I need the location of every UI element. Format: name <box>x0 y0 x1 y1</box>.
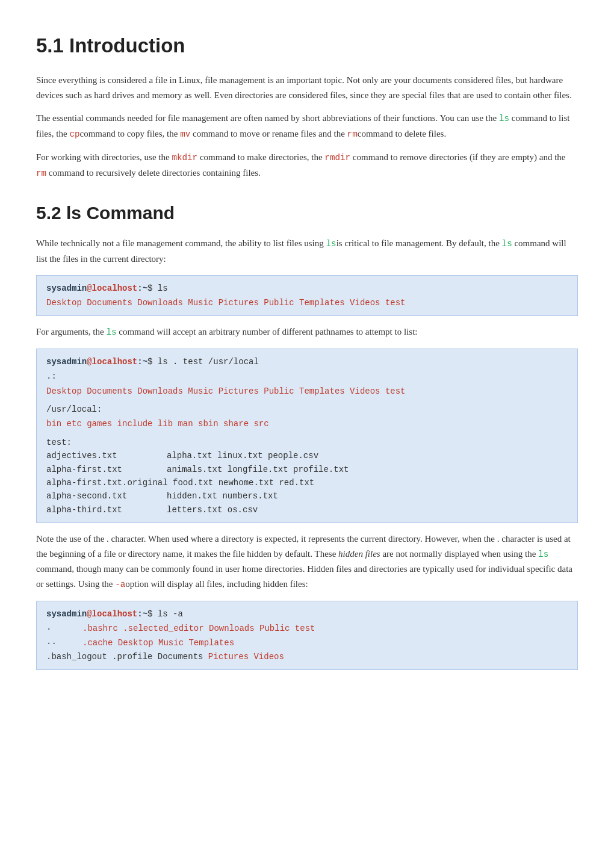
codeblock2-dotline: .: <box>46 370 568 383</box>
codeblock2-file1b: alpha.txt linux.txt people.csv <box>167 449 318 462</box>
rm-command-inline: rm <box>347 129 358 139</box>
codeblock2-host: @localhost <box>87 357 137 367</box>
codeblock2-test-row5: alpha-third.txt letters.txt os.csv <box>46 503 568 516</box>
codeblock3-col1-r1: . <box>46 621 64 635</box>
codeblock2-file5b: letters.txt os.csv <box>167 503 258 516</box>
section2-note-para: Note the use of the . character. When us… <box>36 532 578 592</box>
codeblock3-col1-r3: .bash_logout .profile Documents <box>46 652 203 662</box>
codeblock2-file4b: hidden.txt numbers.txt <box>167 489 278 503</box>
codeblock2-test-row3: alpha-first.txt.original food.txt newhom… <box>46 476 568 489</box>
codeblock1-user: sysadmin <box>46 284 87 293</box>
section1-para2: The essential commands needed for file m… <box>36 111 578 141</box>
cp-command-inline: cp <box>69 129 79 139</box>
codeblock3-col2-r1: .bashrc .selected_editor Downloads Publi… <box>82 622 315 635</box>
codeblock3-prompt-text: sysadmin@localhost:~ <box>46 609 147 619</box>
ls-intro2-inline: ls <box>502 239 512 249</box>
codeblock2: sysadmin@localhost:~$ ls . test /usr/loc… <box>36 349 578 523</box>
codeblock1: sysadmin@localhost:~$ ls Desktop Documen… <box>36 275 578 317</box>
codeblock3-prompt: sysadmin@localhost:~$ ls -a <box>46 607 568 621</box>
codeblock3-path: ~ <box>143 609 147 619</box>
codeblock2-prompt-text: sysadmin@localhost:~ <box>46 357 147 367</box>
codeblock2-spacer2 <box>46 431 568 435</box>
section2-args-para: For arguments, the ls command will accep… <box>36 324 578 340</box>
codeblock3-row3: .bash_logout .profile Documents Pictures… <box>46 650 568 663</box>
codeblock1-prompt-text: sysadmin@localhost:~ <box>46 284 147 293</box>
mkdir-command-inline: mkdir <box>172 153 197 163</box>
codeblock2-file2b: animals.txt longfile.txt profile.txt <box>167 463 349 476</box>
ls-note-inline: ls <box>538 550 548 559</box>
codeblock2-usrlocal-label: /usr/local: <box>46 403 568 416</box>
codeblock2-file1a: adjectives.txt <box>46 449 143 462</box>
codeblock1-host: @localhost <box>87 284 137 293</box>
codeblock1-prompt: sysadmin@localhost:~$ ls <box>46 282 568 295</box>
codeblock2-dotoutput: Desktop Documents Downloads Music Pictur… <box>46 385 568 398</box>
codeblock2-user: sysadmin <box>46 357 87 367</box>
rm2-command-inline: rm <box>36 169 46 178</box>
codeblock2-spacer1 <box>46 398 568 401</box>
codeblock2-file4a: alpha-second.txt <box>46 489 143 503</box>
hidden-files-em: hidden files <box>338 549 380 559</box>
codeblock1-output: Desktop Documents Downloads Music Pictur… <box>46 296 568 309</box>
codeblock2-test-label: test: <box>46 436 568 449</box>
codeblock2-file2a: alpha-first.txt <box>46 463 143 476</box>
codeblock3-user: sysadmin <box>46 609 87 619</box>
codeblock3-col1-r2: .. <box>46 635 64 649</box>
codeblock2-file5a: alpha-third.txt <box>46 503 143 516</box>
a-option-inline: -a <box>115 580 125 589</box>
section1-para3: For working with directories, use the mk… <box>36 150 578 181</box>
codeblock3-col2-r2: .cache Desktop Music Templates <box>82 636 234 649</box>
codeblock2-test-row1: adjectives.txt alpha.txt linux.txt peopl… <box>46 449 568 462</box>
codeblock2-command: $ ls . test /usr/local <box>147 357 259 367</box>
codeblock3-host: @localhost <box>87 609 137 619</box>
codeblock3-command: $ ls -a <box>147 609 183 619</box>
ls-intro-inline: ls <box>326 239 336 249</box>
ls-args-inline: ls <box>106 327 116 337</box>
mv-command-inline: mv <box>180 129 190 139</box>
codeblock3-row1: . .bashrc .selected_editor Downloads Pub… <box>46 621 568 635</box>
section1-para1: Since everything is considered a file in… <box>36 73 578 103</box>
rmdir-command-inline: rmdir <box>324 153 350 163</box>
codeblock3-col2-r3: Pictures Videos <box>208 652 284 662</box>
codeblock1-path: ~ <box>143 284 147 293</box>
section2-intro: While technically not a file management … <box>36 236 578 266</box>
codeblock2-prompt: sysadmin@localhost:~$ ls . test /usr/loc… <box>46 355 568 368</box>
codeblock2-test-row2: alpha-first.txt animals.txt longfile.txt… <box>46 463 568 476</box>
codeblock3-row2: .. .cache Desktop Music Templates <box>46 635 568 649</box>
codeblock2-usrlocal-output: bin etc games include lib man sbin share… <box>46 417 568 430</box>
codeblock2-path: ~ <box>143 357 147 367</box>
ls-command-inline: ls <box>499 114 509 123</box>
codeblock1-command: $ ls <box>147 284 168 293</box>
section1-title: 5.1 Introduction <box>36 30 578 62</box>
codeblock3: sysadmin@localhost:~$ ls -a . .bashrc .s… <box>36 601 578 671</box>
section2-title: 5.2 ls Command <box>36 199 578 228</box>
codeblock2-test-row4: alpha-second.txt hidden.txt numbers.txt <box>46 489 568 503</box>
